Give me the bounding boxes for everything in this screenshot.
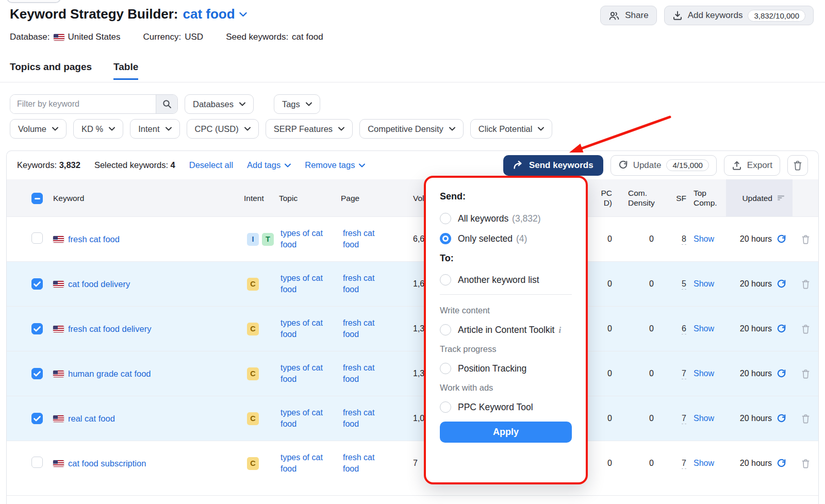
update-button[interactable]: Update 4/15,000	[610, 155, 717, 176]
popup-to-heading: To:	[440, 253, 572, 264]
destination-option-position-tracking[interactable]: Position Tracking	[440, 363, 572, 374]
select-all-checkbox[interactable]	[31, 193, 43, 204]
row-checkbox[interactable]	[31, 457, 43, 468]
filter-cpc-usd-[interactable]: CPC (USD)	[187, 119, 259, 139]
info-icon[interactable]: i	[558, 325, 561, 335]
chevron-down-icon	[306, 102, 312, 106]
row-checkbox[interactable]	[31, 278, 43, 290]
row-checkbox[interactable]	[31, 413, 43, 424]
show-top-competitors-link[interactable]: Show	[694, 459, 714, 467]
show-top-competitors-link[interactable]: Show	[694, 369, 714, 378]
intent-badge-c: C	[247, 323, 259, 335]
row-checkbox[interactable]	[31, 323, 43, 334]
topic-link[interactable]: types of cat food	[280, 273, 327, 295]
radio-button[interactable]	[440, 401, 451, 413]
keyword-link[interactable]: human grade cat food	[68, 369, 151, 379]
topic-link[interactable]: types of cat food	[280, 362, 327, 385]
add-tags-dropdown[interactable]: Add tags	[247, 160, 291, 170]
keyword-link[interactable]: fresh cat food	[68, 234, 120, 244]
page-link[interactable]: fresh cat food	[343, 452, 385, 475]
filter-kd-[interactable]: KD %	[73, 119, 123, 139]
delete-list-button[interactable]	[787, 155, 808, 176]
trash-icon[interactable]	[801, 324, 810, 334]
keyword-link[interactable]: fresh cat food delivery	[68, 324, 151, 334]
keyword-link[interactable]: cat food subscription	[68, 459, 146, 468]
filter-databases[interactable]: Databases	[185, 94, 254, 114]
serp-features-count[interactable]: 7	[682, 459, 686, 469]
page-link[interactable]: fresh cat food	[343, 273, 385, 295]
filter-serp-features[interactable]: SERP Features	[266, 119, 353, 139]
show-top-competitors-link[interactable]: Show	[694, 324, 714, 333]
radio-button[interactable]	[440, 324, 451, 335]
intent-badge-c: C	[247, 412, 259, 425]
radio-button[interactable]	[440, 274, 451, 285]
topic-link[interactable]: types of cat food	[280, 407, 327, 430]
column-header-competitive-density[interactable]: Com.Density	[615, 188, 669, 208]
tab-table[interactable]: Table	[113, 61, 138, 80]
filter-volume[interactable]: Volume	[10, 119, 67, 139]
apply-button[interactable]: Apply	[440, 422, 572, 443]
serp-features-count[interactable]: 7	[682, 369, 686, 379]
filter-intent[interactable]: Intent	[130, 119, 179, 139]
project-keyword-dropdown[interactable]: cat food	[183, 6, 247, 22]
refresh-icon[interactable]	[777, 414, 786, 424]
trash-icon[interactable]	[801, 369, 810, 379]
keyword-link[interactable]: cat food delivery	[68, 279, 130, 289]
remove-tags-dropdown[interactable]: Remove tags	[305, 160, 365, 170]
send-option-only-selected[interactable]: Only selected (4)	[440, 233, 572, 244]
radio-button[interactable]	[440, 233, 451, 244]
row-checkbox[interactable]	[31, 232, 43, 244]
serp-features-count[interactable]: 5	[682, 279, 686, 290]
refresh-icon[interactable]	[777, 369, 786, 379]
trash-icon[interactable]	[801, 279, 810, 289]
column-header-top-competitors[interactable]: TopComp.	[687, 188, 726, 208]
column-header-topic[interactable]: Topic	[279, 193, 341, 203]
show-top-competitors-link[interactable]: Show	[694, 414, 714, 423]
refresh-icon[interactable]	[777, 459, 786, 468]
refresh-icon[interactable]	[777, 324, 786, 334]
trash-icon[interactable]	[801, 234, 810, 244]
page-link[interactable]: fresh cat food	[343, 317, 385, 340]
add-keywords-button[interactable]: Add keywords 3,832/10,000	[664, 6, 814, 25]
filter-competitive-density[interactable]: Competitive Density	[359, 119, 464, 139]
page-link[interactable]: fresh cat food	[343, 228, 385, 250]
page-link[interactable]: fresh cat food	[343, 407, 385, 430]
refresh-icon[interactable]	[777, 234, 786, 244]
refresh-icon[interactable]	[777, 279, 786, 289]
to-option-another-keyword-list[interactable]: Another keyword list	[440, 274, 572, 285]
competitive-density-value: 0	[615, 279, 669, 289]
search-button[interactable]	[156, 95, 177, 113]
topic-link[interactable]: types of cat food	[280, 317, 327, 340]
show-top-competitors-link[interactable]: Show	[694, 234, 714, 243]
deselect-all-link[interactable]: Deselect all	[189, 160, 233, 170]
show-top-competitors-link[interactable]: Show	[694, 279, 714, 288]
topic-link[interactable]: types of cat food	[280, 228, 327, 250]
keyword-link[interactable]: real cat food	[68, 414, 115, 424]
export-button[interactable]: Export	[724, 155, 780, 176]
column-header-keyword[interactable]: Keyword	[44, 193, 244, 203]
filter-tags[interactable]: Tags	[274, 94, 320, 114]
share-button[interactable]: Share	[600, 6, 656, 25]
send-keywords-button[interactable]: Send keywords	[503, 155, 603, 176]
chevron-down-icon	[244, 127, 251, 131]
serp-features-count[interactable]: 8	[682, 234, 686, 245]
radio-button[interactable]	[440, 363, 451, 374]
filter-click-potential[interactable]: Click Potential	[470, 119, 553, 139]
serp-features-count[interactable]: 7	[682, 414, 686, 424]
topic-link[interactable]: types of cat food	[280, 452, 327, 475]
destination-option-article-in-content-toolkit[interactable]: Article in Content Toolkiti	[440, 324, 572, 335]
column-header-serp-features[interactable]: SF	[669, 193, 687, 203]
keyword-filter-input[interactable]	[10, 95, 156, 113]
trash-icon[interactable]	[801, 459, 810, 468]
tab-topics-and-pages[interactable]: Topics and pages	[10, 61, 92, 80]
trash-icon[interactable]	[801, 414, 810, 424]
row-checkbox[interactable]	[31, 368, 43, 379]
serp-features-count[interactable]: 6	[682, 324, 686, 334]
radio-button[interactable]	[440, 213, 451, 224]
column-header-updated[interactable]: Updated	[726, 179, 793, 216]
destination-option-ppc-keyword-tool[interactable]: PPC Keyword Tool	[440, 401, 572, 413]
column-header-intent[interactable]: Intent	[244, 193, 279, 203]
send-option-all-keywords[interactable]: All keywords (3,832)	[440, 213, 572, 224]
page-link[interactable]: fresh cat food	[343, 362, 385, 385]
column-header-page[interactable]: Page	[341, 193, 403, 203]
